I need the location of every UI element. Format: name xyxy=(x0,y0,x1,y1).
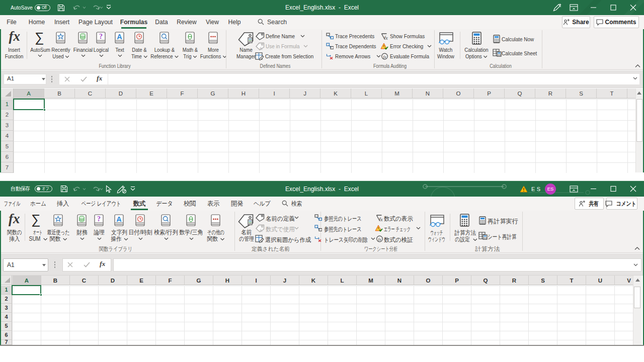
svg-text:A: A xyxy=(116,215,122,223)
svg-text:?: ? xyxy=(97,215,101,223)
svg-text:fx: fx xyxy=(378,237,381,242)
svg-text:fx: fx xyxy=(383,54,386,59)
svg-text:fx: fx xyxy=(384,35,388,40)
svg-text:fx: fx xyxy=(260,228,263,233)
svg-text:?: ? xyxy=(99,33,103,40)
svg-text:A: A xyxy=(117,33,122,41)
svg-text:fx: fx xyxy=(260,46,263,51)
svg-text:fx: fx xyxy=(379,217,383,222)
